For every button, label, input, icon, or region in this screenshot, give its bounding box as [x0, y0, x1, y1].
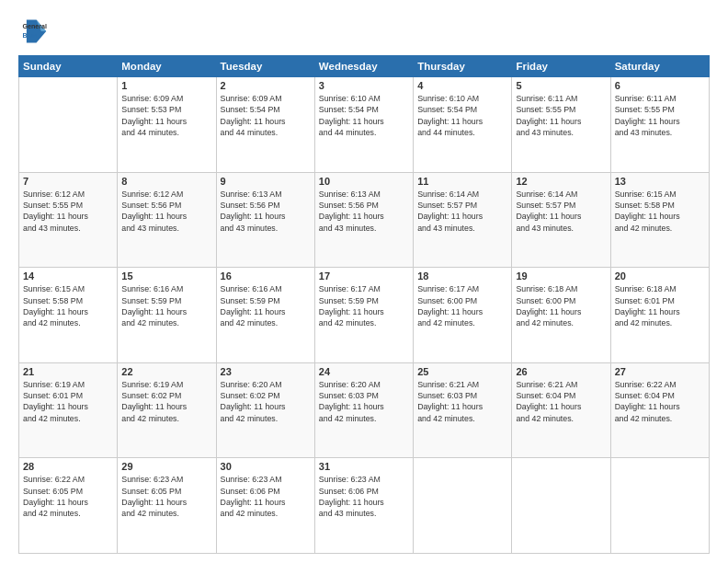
calendar-cell: 6Sunrise: 6:11 AM Sunset: 5:55 PM Daylig…	[610, 77, 709, 173]
calendar-cell: 21Sunrise: 6:19 AM Sunset: 6:01 PM Dayli…	[19, 362, 118, 458]
week-row-4: 28Sunrise: 6:22 AM Sunset: 6:05 PM Dayli…	[19, 458, 710, 554]
calendar-cell: 27Sunrise: 6:22 AM Sunset: 6:04 PM Dayli…	[610, 362, 709, 458]
weekday-header-tuesday: Tuesday	[216, 56, 314, 77]
day-number: 26	[516, 366, 606, 377]
calendar-cell	[610, 458, 709, 554]
day-info: Sunrise: 6:11 AM Sunset: 5:55 PM Dayligh…	[615, 93, 705, 138]
header: General Blue	[18, 17, 710, 46]
day-number: 2	[221, 80, 311, 91]
day-number: 14	[23, 270, 113, 282]
calendar-cell: 1Sunrise: 6:09 AM Sunset: 5:53 PM Daylig…	[118, 77, 216, 173]
day-info: Sunrise: 6:17 AM Sunset: 5:59 PM Dayligh…	[319, 283, 409, 328]
day-info: Sunrise: 6:18 AM Sunset: 6:01 PM Dayligh…	[615, 283, 705, 328]
calendar-cell	[19, 77, 118, 173]
day-number: 11	[417, 176, 507, 187]
calendar-cell: 24Sunrise: 6:20 AM Sunset: 6:03 PM Dayli…	[314, 362, 413, 458]
day-info: Sunrise: 6:21 AM Sunset: 6:04 PM Dayligh…	[516, 379, 606, 424]
day-number: 3	[319, 80, 409, 91]
day-number: 12	[516, 176, 606, 187]
day-number: 30	[221, 461, 311, 472]
day-info: Sunrise: 6:10 AM Sunset: 5:54 PM Dayligh…	[417, 93, 507, 138]
calendar-cell: 26Sunrise: 6:21 AM Sunset: 6:04 PM Dayli…	[512, 362, 610, 458]
calendar-cell: 12Sunrise: 6:14 AM Sunset: 5:57 PM Dayli…	[512, 172, 610, 268]
calendar: SundayMondayTuesdayWednesdayThursdayFrid…	[18, 55, 710, 554]
weekday-header-friday: Friday	[512, 56, 610, 77]
page: General Blue SundayMondayTuesdayWednesda…	[0, 0, 728, 563]
day-number: 9	[221, 176, 311, 187]
day-number: 27	[615, 366, 705, 377]
day-number: 28	[23, 461, 113, 472]
day-info: Sunrise: 6:20 AM Sunset: 6:02 PM Dayligh…	[221, 379, 311, 424]
day-info: Sunrise: 6:23 AM Sunset: 6:06 PM Dayligh…	[319, 474, 409, 519]
day-info: Sunrise: 6:23 AM Sunset: 6:05 PM Dayligh…	[121, 474, 211, 519]
day-info: Sunrise: 6:13 AM Sunset: 5:56 PM Dayligh…	[221, 189, 311, 234]
day-info: Sunrise: 6:16 AM Sunset: 5:59 PM Dayligh…	[221, 283, 311, 328]
day-info: Sunrise: 6:15 AM Sunset: 5:58 PM Dayligh…	[615, 189, 705, 234]
day-number: 19	[516, 270, 606, 282]
week-row-3: 21Sunrise: 6:19 AM Sunset: 6:01 PM Dayli…	[19, 362, 710, 458]
calendar-cell: 20Sunrise: 6:18 AM Sunset: 6:01 PM Dayli…	[610, 268, 709, 363]
calendar-cell: 22Sunrise: 6:19 AM Sunset: 6:02 PM Dayli…	[118, 362, 216, 458]
calendar-cell	[414, 458, 512, 554]
day-number: 17	[319, 270, 409, 282]
calendar-cell: 11Sunrise: 6:14 AM Sunset: 5:57 PM Dayli…	[414, 172, 512, 268]
day-info: Sunrise: 6:12 AM Sunset: 5:55 PM Dayligh…	[23, 189, 113, 234]
day-info: Sunrise: 6:12 AM Sunset: 5:56 PM Dayligh…	[121, 189, 211, 234]
calendar-cell: 31Sunrise: 6:23 AM Sunset: 6:06 PM Dayli…	[314, 458, 413, 554]
day-info: Sunrise: 6:19 AM Sunset: 6:01 PM Dayligh…	[23, 379, 113, 424]
calendar-cell: 16Sunrise: 6:16 AM Sunset: 5:59 PM Dayli…	[216, 268, 314, 363]
day-number: 21	[23, 366, 113, 377]
day-info: Sunrise: 6:10 AM Sunset: 5:54 PM Dayligh…	[319, 93, 409, 138]
day-info: Sunrise: 6:13 AM Sunset: 5:56 PM Dayligh…	[319, 189, 409, 234]
day-info: Sunrise: 6:22 AM Sunset: 6:05 PM Dayligh…	[23, 474, 113, 519]
day-info: Sunrise: 6:14 AM Sunset: 5:57 PM Dayligh…	[417, 189, 507, 234]
day-info: Sunrise: 6:17 AM Sunset: 6:00 PM Dayligh…	[417, 283, 507, 328]
calendar-cell: 3Sunrise: 6:10 AM Sunset: 5:54 PM Daylig…	[314, 77, 413, 173]
weekday-header-saturday: Saturday	[610, 56, 709, 77]
day-number: 29	[121, 461, 211, 472]
day-info: Sunrise: 6:09 AM Sunset: 5:54 PM Dayligh…	[221, 93, 311, 138]
calendar-cell	[512, 458, 610, 554]
svg-text:General: General	[22, 23, 47, 30]
day-number: 16	[221, 270, 311, 282]
day-info: Sunrise: 6:23 AM Sunset: 6:06 PM Dayligh…	[221, 474, 311, 519]
day-info: Sunrise: 6:15 AM Sunset: 5:58 PM Dayligh…	[23, 283, 113, 328]
week-row-2: 14Sunrise: 6:15 AM Sunset: 5:58 PM Dayli…	[19, 268, 710, 363]
day-number: 1	[121, 80, 211, 91]
day-number: 15	[121, 270, 211, 282]
calendar-cell: 18Sunrise: 6:17 AM Sunset: 6:00 PM Dayli…	[414, 268, 512, 363]
calendar-cell: 10Sunrise: 6:13 AM Sunset: 5:56 PM Dayli…	[314, 172, 413, 268]
weekday-header-thursday: Thursday	[414, 56, 512, 77]
calendar-cell: 4Sunrise: 6:10 AM Sunset: 5:54 PM Daylig…	[414, 77, 512, 173]
calendar-cell: 23Sunrise: 6:20 AM Sunset: 6:02 PM Dayli…	[216, 362, 314, 458]
calendar-cell: 17Sunrise: 6:17 AM Sunset: 5:59 PM Dayli…	[314, 268, 413, 363]
day-number: 18	[417, 270, 507, 282]
day-number: 22	[121, 366, 211, 377]
calendar-cell: 19Sunrise: 6:18 AM Sunset: 6:00 PM Dayli…	[512, 268, 610, 363]
day-info: Sunrise: 6:16 AM Sunset: 5:59 PM Dayligh…	[121, 283, 211, 328]
day-number: 8	[121, 176, 211, 187]
day-number: 4	[417, 80, 507, 91]
calendar-cell: 15Sunrise: 6:16 AM Sunset: 5:59 PM Dayli…	[118, 268, 216, 363]
day-info: Sunrise: 6:09 AM Sunset: 5:53 PM Dayligh…	[121, 93, 211, 138]
week-row-0: 1Sunrise: 6:09 AM Sunset: 5:53 PM Daylig…	[19, 77, 710, 173]
day-number: 6	[615, 80, 705, 91]
day-info: Sunrise: 6:14 AM Sunset: 5:57 PM Dayligh…	[516, 189, 606, 234]
calendar-cell: 2Sunrise: 6:09 AM Sunset: 5:54 PM Daylig…	[216, 77, 314, 173]
calendar-cell: 30Sunrise: 6:23 AM Sunset: 6:06 PM Dayli…	[216, 458, 314, 554]
weekday-header-wednesday: Wednesday	[314, 56, 413, 77]
day-number: 31	[319, 461, 409, 472]
day-info: Sunrise: 6:22 AM Sunset: 6:04 PM Dayligh…	[615, 379, 705, 424]
day-number: 7	[23, 176, 113, 187]
day-info: Sunrise: 6:19 AM Sunset: 6:02 PM Dayligh…	[121, 379, 211, 424]
calendar-cell: 13Sunrise: 6:15 AM Sunset: 5:58 PM Dayli…	[610, 172, 709, 268]
calendar-cell: 29Sunrise: 6:23 AM Sunset: 6:05 PM Dayli…	[118, 458, 216, 554]
day-number: 23	[221, 366, 311, 377]
calendar-cell: 7Sunrise: 6:12 AM Sunset: 5:55 PM Daylig…	[19, 172, 118, 268]
day-number: 24	[319, 366, 409, 377]
weekday-header-monday: Monday	[118, 56, 216, 77]
calendar-cell: 25Sunrise: 6:21 AM Sunset: 6:03 PM Dayli…	[414, 362, 512, 458]
svg-text:Blue: Blue	[22, 32, 36, 40]
weekday-header-row: SundayMondayTuesdayWednesdayThursdayFrid…	[19, 56, 710, 77]
day-info: Sunrise: 6:11 AM Sunset: 5:55 PM Dayligh…	[516, 93, 606, 138]
